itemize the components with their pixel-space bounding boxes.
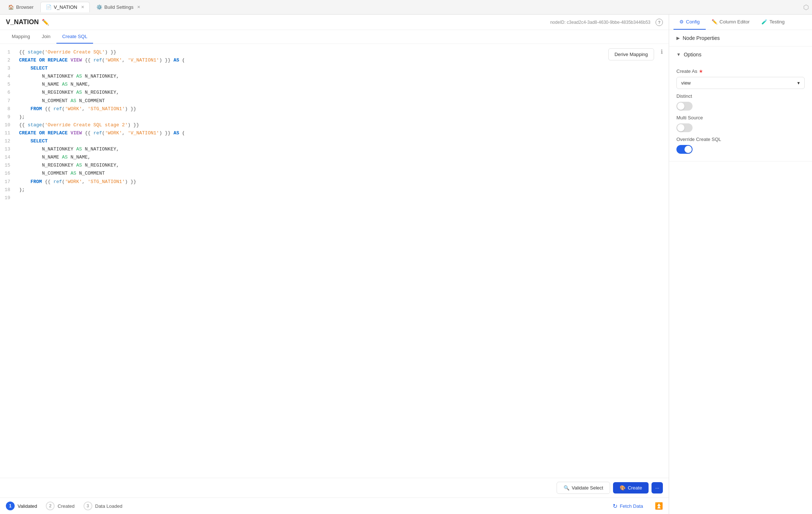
options-body: Create As ★ view ▾ Distinct Multi Source [669,63,812,161]
config-icon: ⚙ [679,19,684,25]
step-1-label: Validated [18,503,37,509]
status-step-created: 2 Created [46,502,74,510]
right-tab-testing-label: Testing [769,19,785,25]
search-icon: 🔍 [564,485,569,491]
create-label: Create [628,485,642,491]
tab-browser[interactable]: 🏠 Browser [3,2,39,12]
editor-area: V_NATION ✏️ nodeID: c3ead2c4-3ad8-4630-9… [0,15,669,514]
distinct-label: Distinct [676,93,805,99]
column-editor-icon: ✏️ [712,19,717,25]
distinct-toggle[interactable] [676,102,693,111]
bottom-toolbar: 🔍 Validate Select 🎨 Create ··· [0,478,669,498]
testing-icon: 🧪 [761,19,767,25]
more-actions-button[interactable]: ··· [652,482,663,493]
multi-source-toggle-knob [677,124,684,131]
sub-tabs: Mapping Join Create SQL [0,30,669,44]
doc-icon: 📄 [46,4,52,10]
tab-mapping[interactable]: Mapping [6,30,36,44]
tab-v-nation[interactable]: 📄 V_NATION ✕ [40,2,90,12]
node-properties-chevron: ▶ [676,36,680,41]
node-properties-header[interactable]: ▶ Node Properties [669,30,812,46]
node-properties-title: Node Properties [683,35,720,41]
validate-select-button[interactable]: 🔍 Validate Select [557,482,610,494]
create-as-label: Create As ★ [676,68,805,74]
options-section: ▼ Options Create As ★ view ▾ Distinct [669,46,812,161]
create-button[interactable]: 🎨 Create [613,482,649,493]
refresh-icon: ↻ [613,503,617,510]
tab-create-sql[interactable]: Create SQL [56,30,93,44]
code-container[interactable]: Derive Mapping ℹ 12345678910111213141516… [0,44,669,478]
step-3-label: Data Loaded [95,503,122,509]
page-title: V_NATION [6,18,39,26]
create-icon: 🎨 [620,485,625,491]
fetch-data-button[interactable]: ↻ Fetch Data [613,503,643,510]
required-star: ★ [699,68,703,74]
multi-source-toggle[interactable] [676,123,693,132]
tab-build-settings-label: Build Settings [104,4,134,10]
tab-join[interactable]: Join [36,30,56,44]
expand-icon[interactable]: ⬡ [803,3,809,11]
code-editor[interactable]: 12345678910111213141516171819 {{ stage('… [0,44,669,206]
node-properties-section: ▶ Node Properties [669,30,812,46]
node-id: nodeID: c3ead2c4-3ad8-4630-9bbe-4835b344… [550,20,650,25]
status-step-validated: 1 Validated [6,502,37,510]
distinct-toggle-knob [677,103,684,110]
right-tabs: ⚙ Config ✏️ Column Editor 🧪 Testing [669,15,812,30]
tab-browser-label: Browser [16,4,34,10]
multi-source-toggle-container [676,123,805,132]
step-3-circle: 3 [84,502,92,510]
override-create-sql-label: Override Create SQL [676,137,805,142]
main-container: V_NATION ✏️ nodeID: c3ead2c4-3ad8-4630-9… [0,15,812,514]
dropdown-chevron-icon: ▾ [797,80,800,86]
right-tab-testing[interactable]: 🧪 Testing [756,15,790,30]
multi-source-label: Multi Source [676,115,805,120]
create-as-value: view [681,80,691,86]
right-tab-config-label: Config [686,19,700,25]
status-bar: 1 Validated 2 Created 3 Data Loaded ↻ Fe… [0,498,669,514]
gear-icon: ⚙️ [96,4,102,10]
line-numbers: 12345678910111213141516171819 [0,48,15,202]
right-panel: ⚙ Config ✏️ Column Editor 🧪 Testing ▶ No… [669,15,812,514]
code-lines[interactable]: {{ stage('Override Create SQL') }}CREATE… [15,48,669,202]
validate-label: Validate Select [572,485,603,491]
home-icon: 🏠 [8,4,14,10]
step-2-label: Created [58,503,74,509]
help-button[interactable]: ? [656,19,663,26]
distinct-toggle-container [676,102,805,111]
tab-v-nation-close[interactable]: ✕ [81,5,84,10]
tab-v-nation-label: V_NATION [54,4,77,10]
create-as-select[interactable]: view ▾ [676,77,805,89]
step-1-circle: 1 [6,502,15,510]
right-tab-config[interactable]: ⚙ Config [673,15,706,30]
right-tab-column-editor[interactable]: ✏️ Column Editor [706,15,756,30]
info-icon[interactable]: ℹ [661,48,663,55]
override-create-sql-toggle-container [676,145,805,154]
tab-build-settings[interactable]: ⚙️ Build Settings ✕ [91,2,146,12]
edit-title-icon[interactable]: ✏️ [42,19,49,26]
override-create-sql-toggle[interactable] [676,145,693,154]
collapse-button[interactable]: ⏫ [655,502,663,510]
derive-mapping-button[interactable]: Derive Mapping [608,48,654,60]
fetch-data-label: Fetch Data [620,503,643,509]
tab-build-settings-close[interactable]: ✕ [137,5,140,10]
right-tab-column-editor-label: Column Editor [720,19,750,25]
options-chevron: ▼ [676,52,681,57]
options-header[interactable]: ▼ Options [669,46,812,63]
options-title: Options [684,52,701,57]
step-2-circle: 2 [46,502,55,510]
tab-bar: 🏠 Browser 📄 V_NATION ✕ ⚙️ Build Settings… [0,0,812,15]
override-create-sql-toggle-knob [684,146,692,153]
status-step-data-loaded: 3 Data Loaded [84,502,122,510]
editor-header: V_NATION ✏️ nodeID: c3ead2c4-3ad8-4630-9… [0,15,669,30]
